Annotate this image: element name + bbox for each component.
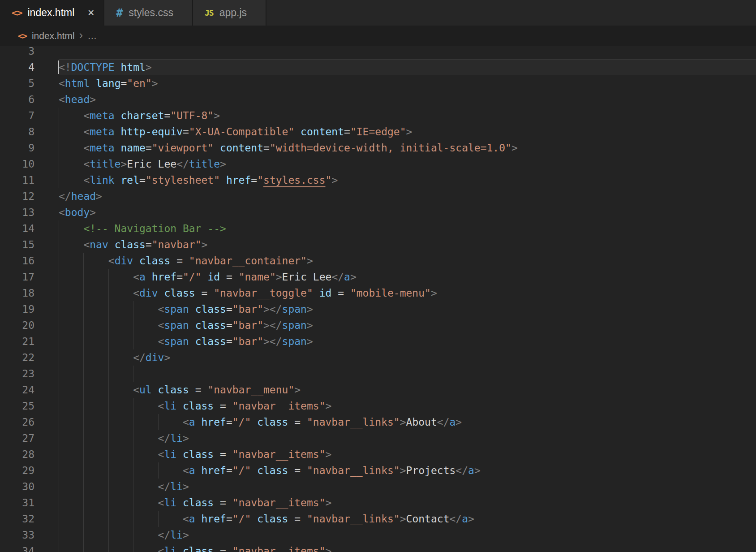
- code-tokens: <link rel="stylesheet" href="styles.css"…: [59, 174, 338, 186]
- indent-guide: [59, 349, 59, 366]
- line-number: 28: [0, 446, 34, 462]
- code-content[interactable]: <nav class="navbar">: [59, 237, 756, 253]
- indent-guide: [108, 285, 109, 301]
- code-content[interactable]: <meta charset="UTF-8">: [59, 108, 756, 124]
- code-content[interactable]: <!-- Navigation Bar -->: [59, 220, 756, 237]
- code-tokens: </div>: [59, 352, 170, 363]
- code-line[interactable]: 34<li class = "navbar__items">: [0, 543, 756, 552]
- code-content[interactable]: <li class = "navbar__items">: [59, 543, 756, 552]
- code-content[interactable]: <head>: [59, 91, 756, 108]
- code-tokens: </li>: [59, 481, 189, 492]
- code-line[interactable]: 14<!-- Navigation Bar -->: [0, 220, 756, 237]
- code-line[interactable]: 10<title>Eric Lee</title>: [0, 156, 756, 172]
- code-line[interactable]: 29<a href="/" class = "navbar__links">Pr…: [0, 462, 756, 479]
- indent-guide: [59, 527, 59, 543]
- code-line[interactable]: 9<meta name="viewport" content="width=de…: [0, 140, 756, 156]
- code-content[interactable]: <li class = "navbar__items">: [59, 398, 756, 414]
- code-line[interactable]: 24<ul class = "navbar__menu">: [0, 382, 756, 398]
- code-line[interactable]: 13<body>: [0, 204, 756, 220]
- code-line[interactable]: 22</div>: [0, 349, 756, 366]
- code-content[interactable]: <div class = "navbar__container">: [59, 253, 756, 269]
- code-line[interactable]: 11<link rel="stylesheet" href="styles.cs…: [0, 172, 756, 188]
- code-line[interactable]: 27</li>: [0, 430, 756, 446]
- code-line[interactable]: 3: [0, 46, 756, 59]
- code-editor[interactable]: 34<!DOCTYPE html>5<html lang="en">6<head…: [0, 46, 756, 552]
- code-line[interactable]: 30</li>: [0, 479, 756, 495]
- code-content[interactable]: <span class="bar"></span>: [59, 301, 756, 317]
- line-number: 23: [0, 366, 34, 382]
- breadcrumb-file[interactable]: index.html: [32, 30, 75, 41]
- indent-guide: [108, 317, 109, 333]
- code-line[interactable]: 23: [0, 366, 756, 382]
- code-line[interactable]: 32<a href="/" class = "navbar__links">Co…: [0, 511, 756, 527]
- code-line[interactable]: 17<a href="/" id = "name">Eric Lee</a>: [0, 269, 756, 285]
- indent-guide: [59, 382, 59, 398]
- code-line[interactable]: 20<span class="bar"></span>: [0, 317, 756, 333]
- code-content[interactable]: <div class = "navbar__toggle" id = "mobi…: [59, 285, 756, 301]
- code-line[interactable]: 5<html lang="en">: [0, 75, 756, 91]
- code-content[interactable]: </li>: [59, 479, 756, 495]
- close-icon[interactable]: ✕: [87, 9, 94, 17]
- code-line[interactable]: 4<!DOCTYPE html>: [0, 59, 756, 75]
- html-file-icon: <>: [12, 7, 22, 18]
- indent-guide: [59, 430, 59, 446]
- code-line[interactable]: 31<li class = "navbar__items">: [0, 495, 756, 511]
- code-content[interactable]: </li>: [59, 430, 756, 446]
- breadcrumb-more[interactable]: …: [87, 30, 98, 41]
- line-number: 15: [0, 237, 34, 253]
- code-tokens: <html lang="en">: [59, 78, 158, 89]
- code-line[interactable]: 28<li class = "navbar__items">: [0, 446, 756, 462]
- code-content[interactable]: </head>: [59, 188, 756, 204]
- indent-guide: [83, 462, 84, 479]
- tab-index.html[interactable]: <>index.html✕: [0, 0, 104, 26]
- indent-guide: [83, 414, 84, 430]
- code-content[interactable]: <meta name="viewport" content="width=dev…: [59, 140, 756, 156]
- code-line[interactable]: 16<div class = "navbar__container">: [0, 253, 756, 269]
- line-number: 13: [0, 204, 34, 220]
- code-content[interactable]: </li>: [59, 527, 756, 543]
- code-content[interactable]: <body>: [59, 204, 756, 220]
- code-line[interactable]: 26<a href="/" class = "navbar__links">Ab…: [0, 414, 756, 430]
- code-content[interactable]: <li class = "navbar__items">: [59, 495, 756, 511]
- code-content[interactable]: <a href="/" class = "navbar__links">Cont…: [59, 511, 756, 527]
- code-content[interactable]: <!DOCTYPE html>: [59, 59, 756, 75]
- code-content[interactable]: <a href="/" class = "navbar__links">Proj…: [59, 462, 756, 479]
- code-tokens: <div class = "navbar__container">: [59, 255, 313, 267]
- code-content[interactable]: <title>Eric Lee</title>: [59, 156, 756, 172]
- code-line[interactable]: 8<meta http-equiv="X-UA-Compatible" cont…: [0, 124, 756, 140]
- tab-app.js[interactable]: JSapp.js: [193, 0, 266, 26]
- code-content[interactable]: </div>: [59, 349, 756, 366]
- code-content[interactable]: [59, 366, 756, 382]
- code-content[interactable]: <span class="bar"></span>: [59, 317, 756, 333]
- code-line[interactable]: 25<li class = "navbar__items">: [0, 398, 756, 414]
- code-content[interactable]: <ul class = "navbar__menu">: [59, 382, 756, 398]
- code-tokens: </li>: [59, 529, 189, 541]
- code-line[interactable]: 33</li>: [0, 527, 756, 543]
- code-line[interactable]: 18<div class = "navbar__toggle" id = "mo…: [0, 285, 756, 301]
- code-line[interactable]: 21<span class="bar"></span>: [0, 333, 756, 349]
- code-content[interactable]: <li class = "navbar__items">: [59, 446, 756, 462]
- code-tokens: </head>: [59, 190, 102, 202]
- indent-guide: [108, 382, 109, 398]
- indent-guide: [59, 462, 59, 479]
- code-content[interactable]: <meta http-equiv="X-UA-Compatible" conte…: [59, 124, 756, 140]
- indent-guide: [59, 301, 59, 317]
- code-line[interactable]: 12</head>: [0, 188, 756, 204]
- code-content[interactable]: <span class="bar"></span>: [59, 333, 756, 349]
- code-content[interactable]: <a href="/" class = "navbar__links">Abou…: [59, 414, 756, 430]
- code-line[interactable]: 6<head>: [0, 91, 756, 108]
- indent-guide: [59, 446, 59, 462]
- indent-guide: [59, 108, 59, 124]
- indent-guide: [108, 527, 109, 543]
- code-line[interactable]: 19<span class="bar"></span>: [0, 301, 756, 317]
- code-content[interactable]: <a href="/" id = "name">Eric Lee</a>: [59, 269, 756, 285]
- line-number: 14: [0, 220, 34, 237]
- code-tokens: <a href="/" class = "navbar__links">Abou…: [59, 416, 462, 428]
- code-line[interactable]: 15<nav class="navbar">: [0, 237, 756, 253]
- code-content[interactable]: <html lang="en">: [59, 75, 756, 91]
- code-tokens: <div class = "navbar__toggle" id = "mobi…: [59, 287, 437, 299]
- tab-styles.css[interactable]: #styles.css: [104, 0, 193, 26]
- code-line[interactable]: 7<meta charset="UTF-8">: [0, 108, 756, 124]
- code-content[interactable]: [59, 46, 756, 59]
- code-content[interactable]: <link rel="stylesheet" href="styles.css"…: [59, 172, 756, 188]
